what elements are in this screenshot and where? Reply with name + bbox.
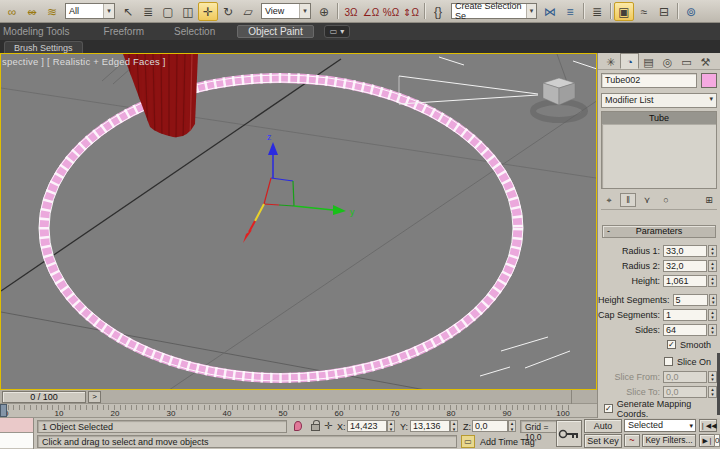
- make-unique-icon[interactable]: ⋎: [639, 193, 655, 207]
- edit-named-selection-sets-icon[interactable]: {}: [428, 2, 448, 21]
- modifier-list-dropdown[interactable]: Modifier List ▾: [601, 93, 717, 108]
- select-and-scale-icon[interactable]: ▱: [238, 2, 258, 21]
- default-in-out-tangents-button[interactable]: ~: [624, 434, 640, 447]
- pin-stack-icon[interactable]: ⌖: [601, 193, 617, 207]
- window-crossing-icon[interactable]: ◫: [178, 2, 198, 21]
- track-tick-label: 100: [556, 409, 569, 418]
- auto-key-button[interactable]: Auto Key: [584, 419, 622, 433]
- tab-modeling-tools[interactable]: Modeling Tools: [0, 25, 80, 38]
- radius1-spinner[interactable]: ▴▾: [708, 245, 717, 257]
- toggle-ribbon-icon[interactable]: ▣: [614, 2, 634, 21]
- cap-segments-spinner[interactable]: ▴▾: [708, 309, 717, 321]
- show-end-result-icon[interactable]: ‖: [620, 193, 636, 207]
- remove-modifier-icon[interactable]: ○: [658, 193, 674, 207]
- sides-field[interactable]: 64: [663, 324, 707, 336]
- viewport-label[interactable]: spective ] [ Realistic + Edged Faces ]: [2, 56, 166, 67]
- height-field[interactable]: 1,061: [663, 275, 707, 287]
- selection-filter-dropdown[interactable]: All ▾: [65, 3, 115, 19]
- named-selection-set-dropdown[interactable]: Create Selection Se ▾: [451, 3, 537, 19]
- height-label: Height:: [631, 276, 660, 286]
- select-and-link-icon[interactable]: ∞: [2, 2, 22, 21]
- create-tab-icon[interactable]: ✳: [601, 53, 620, 69]
- select-by-name-icon[interactable]: ≣: [138, 2, 158, 21]
- tab-selection[interactable]: Selection: [164, 25, 225, 38]
- track-bar-frame-handle[interactable]: [0, 404, 7, 417]
- object-color-swatch[interactable]: [701, 73, 717, 88]
- material-editor-icon[interactable]: ⊚: [681, 2, 701, 21]
- radius2-spinner[interactable]: ▴▾: [708, 260, 717, 272]
- absolute-mode-toggle[interactable]: ▭: [461, 435, 475, 448]
- utilities-tab-icon[interactable]: ⚒: [696, 53, 715, 69]
- track-bar[interactable]: 0 10 20 30 40 50 60 70 80 90 100: [0, 404, 597, 418]
- current-frame-field[interactable]: 0: [714, 434, 720, 447]
- z-coordinate-field[interactable]: 0,0: [472, 420, 508, 432]
- select-and-rotate-icon[interactable]: ↻: [218, 2, 238, 21]
- height-spinner[interactable]: ▴▾: [708, 275, 717, 287]
- x-spinner[interactable]: ▴▾: [387, 420, 395, 432]
- sides-spinner[interactable]: ▴▾: [708, 324, 717, 336]
- slice-on-checkbox[interactable]: [664, 357, 673, 366]
- hierarchy-tab-icon[interactable]: ▤: [639, 53, 658, 69]
- parameters-rollout-header[interactable]: - Parameters: [602, 225, 716, 238]
- modify-tab-icon[interactable]: ◔: [620, 53, 639, 69]
- set-key-button[interactable]: Set Key: [584, 434, 622, 448]
- isolate-selection-icon[interactable]: [294, 421, 302, 431]
- motion-tab-icon[interactable]: ◎: [658, 53, 677, 69]
- object-name-field[interactable]: Tube002: [601, 73, 697, 88]
- bind-to-space-warp-icon[interactable]: ≋: [42, 2, 62, 21]
- set-keys-button[interactable]: [556, 420, 582, 447]
- snaps-toggle-icon[interactable]: 3Ω: [341, 2, 361, 21]
- cap-segments-field[interactable]: 1: [663, 309, 707, 321]
- configure-modifier-sets-icon[interactable]: ⊞: [701, 193, 717, 207]
- display-tab-icon[interactable]: ▭: [677, 53, 696, 69]
- brush-settings-panel-tab[interactable]: Brush Settings: [4, 41, 83, 53]
- mirror-icon[interactable]: ⋈: [540, 2, 560, 21]
- time-slider-track[interactable]: 0 / 100 >: [0, 390, 597, 404]
- transform-type-in-icon[interactable]: ✛: [324, 420, 332, 431]
- gizmo-y-axis[interactable]: [294, 206, 333, 210]
- height-segments-field[interactable]: 5: [673, 294, 709, 306]
- unlink-selection-icon[interactable]: ∞: [22, 2, 42, 21]
- select-and-move-icon[interactable]: ✛: [198, 2, 218, 21]
- y-spinner[interactable]: ▴▾: [450, 420, 458, 432]
- schematic-view-icon[interactable]: ⊟: [654, 2, 674, 21]
- gizmo-z-arrowhead: [268, 142, 278, 155]
- radius1-field[interactable]: 33,0: [663, 245, 707, 257]
- gizmo-x-axis-highlighted[interactable]: [255, 204, 264, 221]
- maxscript-mini-listener[interactable]: [0, 418, 34, 449]
- ribbon-overflow-button[interactable]: ▭ ▾: [324, 25, 351, 38]
- tab-object-paint[interactable]: Object Paint: [237, 25, 313, 38]
- listener-macro-row[interactable]: [0, 418, 33, 433]
- selection-lock-icon[interactable]: [311, 424, 320, 431]
- layer-manager-icon[interactable]: ≣: [587, 2, 607, 21]
- rectangular-selection-region-icon[interactable]: ▢: [158, 2, 178, 21]
- curve-editor-icon[interactable]: ≈: [634, 2, 654, 21]
- listener-script-row[interactable]: [0, 433, 33, 448]
- select-object-icon[interactable]: ↖: [118, 2, 138, 21]
- align-icon[interactable]: ≡: [560, 2, 580, 21]
- tab-freeform[interactable]: Freeform: [94, 25, 155, 38]
- modifier-stack-item-tube[interactable]: Tube: [602, 112, 716, 125]
- select-and-manipulate-icon[interactable]: ⊕: [314, 2, 334, 21]
- modifier-stack[interactable]: Tube: [601, 111, 717, 189]
- reference-coordinate-dropdown[interactable]: View ▾: [261, 3, 311, 19]
- smooth-checkbox[interactable]: ✓: [667, 340, 676, 349]
- generate-mapping-checkbox[interactable]: ✓: [604, 404, 613, 413]
- add-time-tag[interactable]: Add Time Tag: [480, 437, 535, 447]
- y-coordinate-field[interactable]: 13,136: [410, 420, 450, 432]
- x-coordinate-field[interactable]: 14,423: [347, 420, 387, 432]
- perspective-viewport[interactable]: z y spective ] [ Realistic +: [0, 53, 597, 390]
- tube-ring-object[interactable]: [39, 75, 523, 381]
- height-segments-spinner[interactable]: ▴▾: [709, 294, 717, 306]
- time-slider-handle[interactable]: 0 / 100: [2, 391, 86, 403]
- next-frame-arrow-button[interactable]: >: [88, 391, 101, 403]
- radius2-field[interactable]: 32,0: [663, 260, 707, 272]
- percent-snap-icon[interactable]: %Ω: [381, 2, 401, 21]
- z-spinner[interactable]: ▴▾: [508, 420, 516, 432]
- angle-snap-icon[interactable]: ∠Ω: [361, 2, 381, 21]
- spinner-snap-icon[interactable]: ⇕Ω: [401, 2, 421, 21]
- move-gizmo[interactable]: z y: [243, 132, 355, 243]
- key-filters-button[interactable]: Key Filters...: [642, 434, 696, 447]
- key-selection-dropdown[interactable]: Selected ▾: [624, 419, 696, 432]
- go-to-start-button[interactable]: ❘◀◀: [699, 419, 717, 432]
